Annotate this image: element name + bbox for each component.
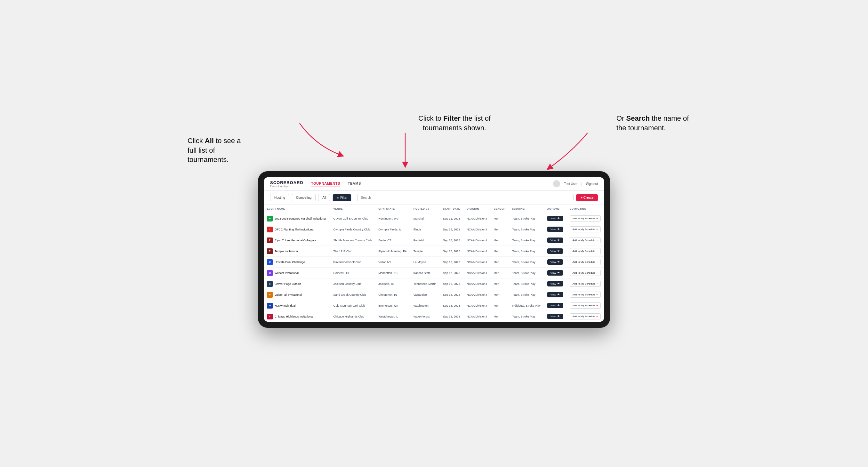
start-date-cell: Sep 17, 2023	[440, 268, 463, 278]
gender-cell: Men	[491, 278, 509, 289]
search-input[interactable]	[357, 194, 574, 201]
add-to-schedule-button[interactable]: Add to My Schedule +	[570, 215, 601, 221]
add-to-schedule-button[interactable]: Add to My Schedule +	[570, 226, 601, 232]
division-cell: NCAA Division I	[463, 311, 490, 322]
table-header: EVENT NAME VENUE CITY, STATE HOSTED BY S…	[264, 205, 604, 213]
view-button[interactable]: View 👁	[547, 314, 563, 319]
gender-cell: Men	[491, 257, 509, 268]
scoring-cell: Team, Stroke Play	[509, 311, 544, 322]
event-cell: G Grover Page Classic	[267, 281, 327, 287]
view-button[interactable]: View 👁	[547, 227, 563, 232]
division-cell: NCAA Division I	[463, 235, 490, 246]
hosting-filter-button[interactable]: Hosting	[270, 194, 289, 201]
event-name: Ryan T. Lee Memorial Collegiate	[275, 239, 316, 242]
city-state-cell: Plymouth Meeting, PA	[375, 246, 410, 257]
actions-cell: View 👁	[544, 289, 566, 300]
table-row: W Wildcat Invitational Colbert Hills Man…	[264, 268, 604, 278]
add-to-schedule-button[interactable]: Add to My Schedule +	[570, 270, 601, 276]
event-cell: F Ryan T. Lee Memorial Collegiate	[267, 238, 327, 243]
view-button[interactable]: View 👁	[547, 281, 563, 286]
gender-cell: Men	[491, 311, 509, 322]
hosted-by-cell: Kansas State	[410, 268, 440, 278]
team-logo: W	[267, 270, 273, 276]
col-hosted-by: HOSTED BY	[410, 205, 440, 213]
hosted-by-cell: Tennessee-Martin	[410, 278, 440, 289]
event-cell: U Upstate Dual Challenge	[267, 259, 327, 265]
sign-out-link[interactable]: Sign out	[586, 182, 598, 186]
eye-icon: 👁	[557, 304, 560, 307]
add-to-schedule-button[interactable]: Add to My Schedule +	[570, 259, 601, 265]
division-cell: NCAA Division I	[463, 246, 490, 257]
col-gender: GENDER	[491, 205, 509, 213]
view-button[interactable]: View 👁	[547, 248, 563, 254]
team-logo: T	[267, 248, 273, 254]
view-button[interactable]: View 👁	[547, 292, 563, 298]
actions-cell: View 👁	[544, 268, 566, 278]
event-name: 2023 Joe Feaganes Marshall Invitational	[275, 217, 327, 220]
team-logo: F	[267, 238, 273, 243]
add-to-schedule-button[interactable]: Add to My Schedule +	[570, 281, 601, 287]
all-filter-button[interactable]: All	[318, 194, 330, 201]
add-to-schedule-button[interactable]: Add to My Schedule +	[570, 291, 601, 298]
nav-tab-teams[interactable]: TEAMS	[348, 180, 361, 187]
tournaments-table: EVENT NAME VENUE CITY, STATE HOSTED BY S…	[264, 205, 604, 322]
table-row: C Chicago Highlands Invitational Chicago…	[264, 311, 604, 322]
plus-icon: +	[596, 282, 598, 285]
competing-cell: Add to My Schedule +	[566, 224, 604, 235]
team-logo: W	[267, 303, 273, 309]
create-button[interactable]: + Create	[576, 194, 598, 201]
actions-cell: View 👁	[544, 311, 566, 322]
start-date-cell: Sep 11, 2023	[440, 213, 463, 224]
logo-sub: Powered by clippd	[270, 185, 303, 187]
event-cell: V Valpo Fall Invitational	[267, 292, 327, 298]
competing-filter-button[interactable]: Competing	[292, 194, 316, 201]
add-to-schedule-button[interactable]: Add to My Schedule +	[570, 248, 601, 254]
city-state-cell: Manhattan, KS	[375, 268, 410, 278]
team-logo: I	[267, 227, 273, 232]
venue-cell: The 1912 Club	[330, 246, 375, 257]
user-name: Test User	[564, 182, 578, 186]
add-to-schedule-button[interactable]: Add to My Schedule +	[570, 303, 601, 309]
view-button[interactable]: View 👁	[547, 303, 563, 308]
start-date-cell: Sep 16, 2023	[440, 246, 463, 257]
city-state-cell: Bremerton, WA	[375, 300, 410, 311]
event-name: Wildcat Invitational	[275, 272, 299, 275]
scoring-cell: Team, Stroke Play	[509, 278, 544, 289]
division-cell: NCAA Division I	[463, 213, 490, 224]
venue-cell: Ravenwood Golf Club	[330, 257, 375, 268]
start-date-cell: Sep 18, 2023	[440, 289, 463, 300]
event-name: Grover Page Classic	[275, 282, 301, 285]
arrow-center	[393, 130, 418, 168]
view-button[interactable]: View 👁	[547, 270, 563, 276]
event-cell: W Husky Individual	[267, 303, 327, 309]
user-avatar	[553, 180, 560, 187]
add-to-schedule-button[interactable]: Add to My Schedule +	[570, 237, 601, 243]
eye-icon: 👁	[557, 217, 560, 220]
eye-icon: 👁	[557, 239, 560, 242]
start-date-cell: Sep 16, 2023	[440, 257, 463, 268]
eye-icon: 👁	[557, 228, 560, 231]
event-cell: C Chicago Highlands Invitational	[267, 314, 327, 319]
team-logo: V	[267, 292, 273, 298]
table-row: M 2023 Joe Feaganes Marshall Invitationa…	[264, 213, 604, 224]
venue-cell: Colbert Hills	[330, 268, 375, 278]
filter-button[interactable]: ≡ Filter	[333, 194, 351, 201]
add-to-schedule-button[interactable]: Add to My Schedule +	[570, 313, 601, 319]
plus-icon: +	[596, 315, 598, 318]
start-date-cell: Sep 18, 2023	[440, 311, 463, 322]
col-event-name: EVENT NAME	[264, 205, 330, 213]
event-name: OFCC Fighting Illini Invitational	[275, 228, 314, 231]
view-button[interactable]: View 👁	[547, 259, 563, 265]
view-button[interactable]: View 👁	[547, 216, 563, 221]
nav-tab-tournaments[interactable]: TOURNAMENTS	[311, 180, 340, 187]
venue-cell: Olympia Fields Country Club	[330, 224, 375, 235]
city-state-cell: Westchester, IL	[375, 311, 410, 322]
start-date-cell: Sep 18, 2023	[440, 300, 463, 311]
filter-label: Filter	[340, 196, 347, 199]
venue-cell: Sand Creek Country Club	[330, 289, 375, 300]
annotation-top-right: Or Search the name of the tournament.	[616, 114, 693, 132]
division-cell: NCAA Division I	[463, 289, 490, 300]
view-button[interactable]: View 👁	[547, 238, 563, 243]
event-name: Chicago Highlands Invitational	[275, 315, 313, 318]
table-row: G Grover Page Classic Jackson Country Cl…	[264, 278, 604, 289]
